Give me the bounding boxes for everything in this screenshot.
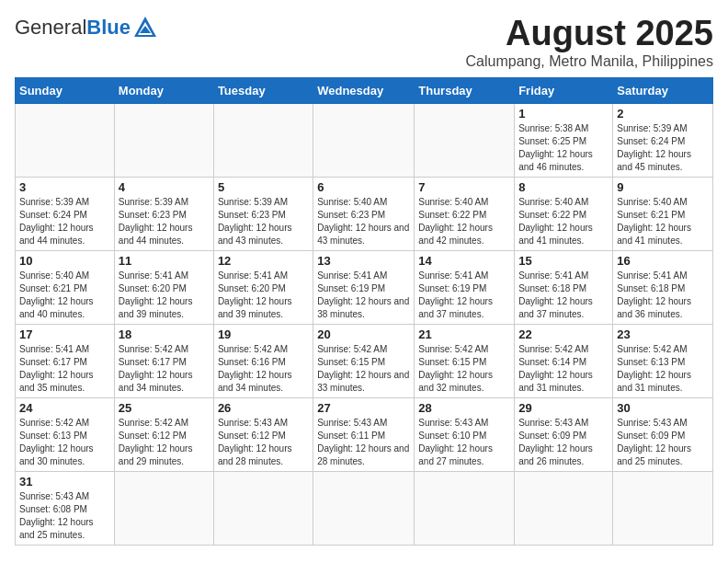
page-header: General Blue August 2025 Calumpang, Metr… [15,15,713,70]
day-number: 20 [317,327,410,341]
day-number: 23 [617,327,709,341]
day-number: 13 [317,254,410,268]
calendar-cell: 30Sunrise: 5:43 AM Sunset: 6:09 PM Dayli… [613,397,713,471]
day-info: Sunrise: 5:43 AM Sunset: 6:08 PM Dayligh… [19,490,110,542]
day-number: 6 [317,180,410,194]
calendar-cell [114,103,213,177]
day-number: 25 [119,401,210,415]
day-info: Sunrise: 5:41 AM Sunset: 6:19 PM Dayligh… [418,270,510,321]
day-number: 31 [19,475,110,488]
calendar-week-row: 10Sunrise: 5:40 AM Sunset: 6:21 PM Dayli… [16,250,713,324]
calendar-cell: 14Sunrise: 5:41 AM Sunset: 6:19 PM Dayli… [415,250,515,324]
day-number: 17 [19,327,110,341]
day-number: 15 [518,254,609,268]
day-number: 9 [617,180,709,194]
calendar-cell: 22Sunrise: 5:42 AM Sunset: 6:14 PM Dayli… [515,324,613,397]
day-number: 10 [19,254,110,268]
weekday-header-thursday: Thursday [415,77,515,103]
calendar-cell: 5Sunrise: 5:39 AM Sunset: 6:23 PM Daylig… [213,177,313,250]
calendar-week-row: 24Sunrise: 5:42 AM Sunset: 6:13 PM Dayli… [16,397,713,471]
day-number: 1 [518,107,609,121]
day-info: Sunrise: 5:42 AM Sunset: 6:16 PM Dayligh… [218,343,309,395]
day-info: Sunrise: 5:42 AM Sunset: 6:13 PM Dayligh… [617,343,709,395]
calendar-cell: 19Sunrise: 5:42 AM Sunset: 6:16 PM Dayli… [213,324,313,397]
day-number: 18 [119,327,210,341]
calendar-cell: 23Sunrise: 5:42 AM Sunset: 6:13 PM Dayli… [613,324,713,397]
day-info: Sunrise: 5:42 AM Sunset: 6:14 PM Dayligh… [518,343,609,395]
calendar-week-row: 17Sunrise: 5:41 AM Sunset: 6:17 PM Dayli… [16,324,713,397]
day-info: Sunrise: 5:41 AM Sunset: 6:17 PM Dayligh… [19,343,110,395]
day-info: Sunrise: 5:40 AM Sunset: 6:21 PM Dayligh… [19,270,110,321]
day-info: Sunrise: 5:43 AM Sunset: 6:12 PM Dayligh… [218,417,309,468]
day-info: Sunrise: 5:43 AM Sunset: 6:10 PM Dayligh… [418,417,510,468]
calendar-cell: 3Sunrise: 5:39 AM Sunset: 6:24 PM Daylig… [16,177,115,250]
weekday-header-monday: Monday [114,77,213,103]
day-info: Sunrise: 5:39 AM Sunset: 6:24 PM Dayligh… [19,196,110,247]
calendar-cell [415,471,515,545]
day-info: Sunrise: 5:43 AM Sunset: 6:11 PM Dayligh… [317,417,410,468]
calendar-cell: 15Sunrise: 5:41 AM Sunset: 6:18 PM Dayli… [515,250,613,324]
day-number: 30 [617,401,709,415]
day-info: Sunrise: 5:41 AM Sunset: 6:18 PM Dayligh… [617,270,709,321]
calendar-table: SundayMondayTuesdayWednesdayThursdayFrid… [15,77,713,546]
calendar-cell [415,103,515,177]
day-info: Sunrise: 5:43 AM Sunset: 6:09 PM Dayligh… [617,417,709,468]
calendar-cell: 18Sunrise: 5:42 AM Sunset: 6:17 PM Dayli… [114,324,213,397]
calendar-cell: 11Sunrise: 5:41 AM Sunset: 6:20 PM Dayli… [114,250,213,324]
weekday-header-wednesday: Wednesday [313,77,415,103]
day-number: 19 [218,327,309,341]
calendar-cell: 25Sunrise: 5:42 AM Sunset: 6:12 PM Dayli… [114,397,213,471]
calendar-cell: 9Sunrise: 5:40 AM Sunset: 6:21 PM Daylig… [613,177,713,250]
logo-blue-text: Blue [86,16,131,40]
calendar-cell [613,471,713,545]
calendar-week-row: 1Sunrise: 5:38 AM Sunset: 6:25 PM Daylig… [16,103,713,177]
day-info: Sunrise: 5:39 AM Sunset: 6:23 PM Dayligh… [218,196,309,247]
weekday-header-saturday: Saturday [613,77,713,103]
calendar-cell: 1Sunrise: 5:38 AM Sunset: 6:25 PM Daylig… [515,103,613,177]
calendar-cell [213,103,313,177]
calendar-cell: 27Sunrise: 5:43 AM Sunset: 6:11 PM Dayli… [313,397,415,471]
calendar-title: August 2025 [466,15,713,53]
day-number: 3 [19,180,110,194]
day-info: Sunrise: 5:42 AM Sunset: 6:15 PM Dayligh… [418,343,510,395]
weekday-header-friday: Friday [515,77,613,103]
calendar-cell: 2Sunrise: 5:39 AM Sunset: 6:24 PM Daylig… [613,103,713,177]
calendar-cell: 16Sunrise: 5:41 AM Sunset: 6:18 PM Dayli… [613,250,713,324]
calendar-cell: 29Sunrise: 5:43 AM Sunset: 6:09 PM Dayli… [515,397,613,471]
day-number: 8 [518,180,609,194]
calendar-cell [16,103,115,177]
day-number: 27 [317,401,410,415]
day-info: Sunrise: 5:41 AM Sunset: 6:19 PM Dayligh… [317,270,410,321]
calendar-cell: 24Sunrise: 5:42 AM Sunset: 6:13 PM Dayli… [16,397,115,471]
calendar-cell: 21Sunrise: 5:42 AM Sunset: 6:15 PM Dayli… [415,324,515,397]
calendar-cell: 26Sunrise: 5:43 AM Sunset: 6:12 PM Dayli… [213,397,313,471]
day-info: Sunrise: 5:39 AM Sunset: 6:24 PM Dayligh… [617,122,709,174]
day-info: Sunrise: 5:43 AM Sunset: 6:09 PM Dayligh… [518,417,609,468]
day-info: Sunrise: 5:42 AM Sunset: 6:15 PM Dayligh… [317,343,410,395]
calendar-cell [313,471,415,545]
calendar-cell: 28Sunrise: 5:43 AM Sunset: 6:10 PM Dayli… [415,397,515,471]
day-number: 12 [218,254,309,268]
calendar-week-row: 3Sunrise: 5:39 AM Sunset: 6:24 PM Daylig… [16,177,713,250]
day-info: Sunrise: 5:38 AM Sunset: 6:25 PM Dayligh… [518,122,609,174]
day-number: 29 [518,401,609,415]
calendar-cell [114,471,213,545]
day-info: Sunrise: 5:41 AM Sunset: 6:20 PM Dayligh… [218,270,309,321]
calendar-cell: 13Sunrise: 5:41 AM Sunset: 6:19 PM Dayli… [313,250,415,324]
day-number: 28 [418,401,510,415]
calendar-cell: 20Sunrise: 5:42 AM Sunset: 6:15 PM Dayli… [313,324,415,397]
day-number: 26 [218,401,309,415]
day-info: Sunrise: 5:42 AM Sunset: 6:13 PM Dayligh… [19,417,110,468]
title-area: August 2025 Calumpang, Metro Manila, Phi… [466,15,713,70]
weekday-header-sunday: Sunday [16,77,115,103]
day-info: Sunrise: 5:42 AM Sunset: 6:17 PM Dayligh… [119,343,210,395]
calendar-cell: 6Sunrise: 5:40 AM Sunset: 6:23 PM Daylig… [313,177,415,250]
logo-general-text: General [15,16,86,40]
day-number: 14 [418,254,510,268]
day-number: 22 [518,327,609,341]
day-number: 2 [617,107,709,121]
calendar-cell: 8Sunrise: 5:40 AM Sunset: 6:22 PM Daylig… [515,177,613,250]
day-number: 5 [218,180,309,194]
day-info: Sunrise: 5:40 AM Sunset: 6:21 PM Dayligh… [617,196,709,247]
calendar-week-row: 31Sunrise: 5:43 AM Sunset: 6:08 PM Dayli… [16,471,713,545]
